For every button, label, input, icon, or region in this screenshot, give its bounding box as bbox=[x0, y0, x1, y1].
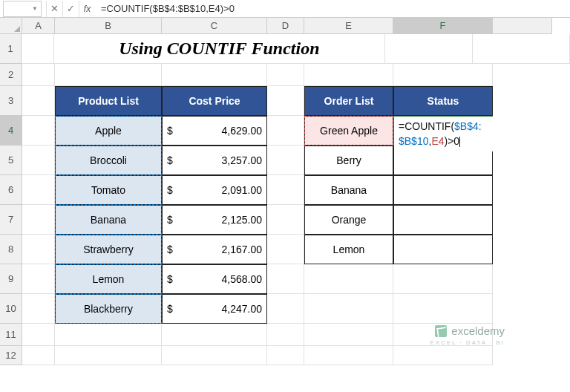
cell-E9[interactable] bbox=[304, 264, 393, 294]
cell-A5[interactable] bbox=[22, 146, 55, 175]
formula-bar: ▼ ✕ ✓ fx =COUNTIF($B$4:$B$10,E4)>0 bbox=[0, 0, 570, 18]
header-status[interactable]: Status bbox=[393, 86, 493, 116]
row-header-9[interactable]: 9 bbox=[0, 264, 22, 294]
cell-price[interactable]: $2,091.00 bbox=[162, 175, 267, 205]
cell-A4[interactable] bbox=[22, 116, 55, 146]
cell-product[interactable]: Banana bbox=[55, 205, 162, 235]
cell-D6[interactable] bbox=[267, 175, 304, 205]
cell-F1[interactable] bbox=[473, 34, 570, 64]
cell-product[interactable]: Blackberry bbox=[55, 294, 162, 324]
watermark: exceldemy bbox=[435, 324, 505, 337]
cell-D8[interactable] bbox=[267, 235, 304, 264]
cell-order[interactable]: Banana bbox=[304, 175, 393, 205]
header-order[interactable]: Order List bbox=[304, 86, 393, 116]
cell-price[interactable]: $3,257.00 bbox=[162, 146, 267, 175]
cell-price[interactable]: $2,167.00 bbox=[162, 235, 267, 264]
formula-edit-overlay: =COUNTIF($B$4: $B$10,E4)>0 bbox=[394, 117, 570, 151]
cell-price[interactable]: $4,629.00 bbox=[162, 116, 267, 146]
cell-F4-editing[interactable]: =COUNTIF($B$4: $B$10,E4)>0 bbox=[393, 116, 493, 146]
cell-C2[interactable] bbox=[162, 64, 267, 86]
row-header-8[interactable]: 8 bbox=[0, 235, 22, 264]
cell-C12[interactable] bbox=[162, 346, 267, 365]
cell-status[interactable] bbox=[393, 235, 493, 264]
cell-F2[interactable] bbox=[393, 64, 493, 86]
row-header-1[interactable]: 1 bbox=[0, 34, 22, 64]
cancel-icon[interactable]: ✕ bbox=[46, 1, 62, 17]
cell-A8[interactable] bbox=[22, 235, 55, 264]
cell-B12[interactable] bbox=[55, 346, 162, 365]
spreadsheet-grid: A B C D E F 1 Using COUNTIF Function 2 3… bbox=[0, 18, 570, 365]
name-box[interactable]: ▼ bbox=[3, 1, 42, 17]
col-header-B[interactable]: B bbox=[55, 18, 162, 34]
cell-A11[interactable] bbox=[22, 324, 55, 346]
col-header-E[interactable]: E bbox=[304, 18, 393, 34]
cell-product[interactable]: Lemon bbox=[55, 264, 162, 294]
col-header-A[interactable]: A bbox=[22, 18, 55, 34]
header-cost[interactable]: Cost Price bbox=[162, 86, 267, 116]
cell-order[interactable]: Orange bbox=[304, 205, 393, 235]
cell-A1[interactable] bbox=[22, 34, 53, 64]
row-header-5[interactable]: 5 bbox=[0, 146, 22, 175]
cell-D2[interactable] bbox=[267, 64, 304, 86]
cell-D7[interactable] bbox=[267, 205, 304, 235]
cell-product[interactable]: Apple bbox=[55, 116, 162, 146]
cell-order[interactable]: Lemon bbox=[304, 235, 393, 264]
column-headers: A B C D E F bbox=[0, 18, 570, 34]
select-all-corner[interactable] bbox=[0, 18, 22, 34]
cell-E10[interactable] bbox=[304, 294, 393, 324]
cell-D10[interactable] bbox=[267, 294, 304, 324]
cell-F12[interactable] bbox=[393, 346, 493, 365]
cell-D12[interactable] bbox=[267, 346, 304, 365]
cell-A6[interactable] bbox=[22, 175, 55, 205]
cell-D11[interactable] bbox=[267, 324, 304, 346]
row-header-4[interactable]: 4 bbox=[0, 116, 22, 146]
cell-C11[interactable] bbox=[162, 324, 267, 346]
cell-E11[interactable] bbox=[304, 324, 393, 346]
watermark-logo-icon bbox=[435, 325, 447, 337]
cell-price[interactable]: $2,125.00 bbox=[162, 205, 267, 235]
col-header-G[interactable] bbox=[493, 18, 552, 34]
formula-input[interactable]: =COUNTIF($B$4:$B$10,E4)>0 bbox=[95, 3, 570, 14]
cell-E2[interactable] bbox=[304, 64, 393, 86]
cell-E12[interactable] bbox=[304, 346, 393, 365]
cell-order[interactable]: Green Apple bbox=[304, 116, 393, 146]
cell-A3[interactable] bbox=[22, 86, 55, 116]
cell-E1[interactable] bbox=[385, 34, 473, 64]
row-header-7[interactable]: 7 bbox=[0, 205, 22, 235]
cell-F9[interactable] bbox=[393, 264, 493, 294]
cell-A10[interactable] bbox=[22, 294, 55, 324]
cell-status[interactable] bbox=[393, 205, 493, 235]
col-header-D[interactable]: D bbox=[267, 18, 304, 34]
watermark-sub: EXCEL · DATA · BI bbox=[430, 339, 505, 346]
cell-D5[interactable] bbox=[267, 146, 304, 175]
cell-product[interactable]: Tomato bbox=[55, 175, 162, 205]
header-product[interactable]: Product List bbox=[55, 86, 162, 116]
cell-F10[interactable] bbox=[393, 294, 493, 324]
cell-A2[interactable] bbox=[22, 64, 55, 86]
fx-icon[interactable]: fx bbox=[79, 1, 95, 17]
row-header-3[interactable]: 3 bbox=[0, 86, 22, 116]
cell-product[interactable]: Strawberry bbox=[55, 235, 162, 264]
col-header-C[interactable]: C bbox=[162, 18, 267, 34]
cell-D4[interactable] bbox=[267, 116, 304, 146]
cell-B11[interactable] bbox=[55, 324, 162, 346]
cell-order[interactable]: Berry bbox=[304, 146, 393, 175]
dropdown-icon[interactable]: ▼ bbox=[32, 5, 38, 12]
cell-A7[interactable] bbox=[22, 205, 55, 235]
row-header-12[interactable]: 12 bbox=[0, 346, 22, 365]
cell-price[interactable]: $4,568.00 bbox=[162, 264, 267, 294]
row-header-11[interactable]: 11 bbox=[0, 324, 22, 346]
enter-icon[interactable]: ✓ bbox=[62, 1, 79, 17]
cell-A9[interactable] bbox=[22, 264, 55, 294]
cell-status[interactable] bbox=[393, 175, 493, 205]
row-header-2[interactable]: 2 bbox=[0, 64, 22, 86]
col-header-F[interactable]: F bbox=[393, 18, 493, 34]
cell-price[interactable]: $4,247.00 bbox=[162, 294, 267, 324]
row-header-10[interactable]: 10 bbox=[0, 294, 22, 324]
cell-product[interactable]: Broccoli bbox=[55, 146, 162, 175]
row-header-6[interactable]: 6 bbox=[0, 175, 22, 205]
cell-B2[interactable] bbox=[55, 64, 162, 86]
cell-D3[interactable] bbox=[267, 86, 304, 116]
cell-D9[interactable] bbox=[267, 264, 304, 294]
cell-A12[interactable] bbox=[22, 346, 55, 365]
